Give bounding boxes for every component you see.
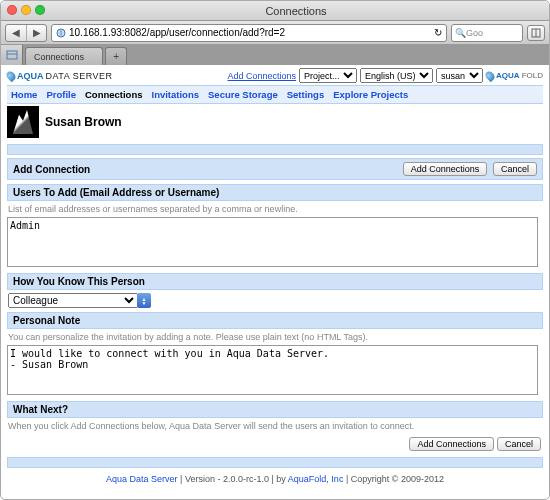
nav-home[interactable]: Home — [11, 89, 37, 100]
section-note: Personal Note — [7, 312, 543, 329]
note-input[interactable] — [7, 345, 538, 395]
avatar — [7, 106, 39, 138]
nav-explore-projects[interactable]: Explore Projects — [333, 89, 408, 100]
section-next: What Next? — [7, 401, 543, 418]
window-title: Connections — [49, 5, 543, 17]
project-select[interactable]: Project... — [299, 68, 357, 83]
cancel-button[interactable]: Cancel — [493, 162, 537, 176]
nav-profile[interactable]: Profile — [46, 89, 76, 100]
section-users: Users To Add (Email Address or Username) — [7, 184, 543, 201]
page-title: Add Connection — [13, 164, 90, 175]
close-icon[interactable] — [7, 5, 17, 15]
forward-button[interactable]: ▶ — [26, 25, 46, 41]
hint-next: When you click Add Connections below, Aq… — [8, 421, 542, 431]
window-titlebar: Connections — [1, 1, 549, 21]
footer: Aqua Data Server | Version - 2.0.0-rc-1.… — [7, 474, 543, 484]
url-field[interactable]: 10.168.1.93:8082/app/user/connection/add… — [51, 24, 447, 42]
bookmark-button[interactable] — [527, 25, 545, 41]
brand-logo: AQUA DATA SERVER — [7, 71, 113, 81]
divider — [7, 144, 543, 155]
users-input[interactable] — [7, 217, 538, 267]
hint-users: List of email addresses or usernames sep… — [8, 204, 542, 214]
main-nav: HomeProfileConnectionsInvitationsSecure … — [7, 85, 543, 104]
zoom-icon[interactable] — [35, 5, 45, 15]
language-select[interactable]: English (US) — [360, 68, 433, 83]
footer-link-ads[interactable]: Aqua Data Server — [106, 474, 178, 484]
tab-connections[interactable]: Connections — [25, 47, 103, 65]
tab-bar: Connections + — [1, 45, 549, 65]
select-stepper-icon[interactable]: ▲▼ — [137, 293, 151, 308]
svg-rect-3 — [7, 51, 17, 59]
bookmarks-icon[interactable] — [1, 45, 23, 65]
how-select[interactable]: Colleague — [8, 293, 138, 308]
search-field[interactable]: 🔍 Goo — [451, 24, 523, 42]
url-text: 10.168.1.93:8082/app/user/connection/add… — [69, 27, 285, 38]
drop-icon — [484, 69, 497, 82]
globe-icon — [56, 28, 66, 38]
nav-secure-storage[interactable]: Secure Storage — [208, 89, 278, 100]
add-connections-button[interactable]: Add Connections — [403, 162, 488, 176]
nav-settings[interactable]: Settings — [287, 89, 324, 100]
footer-link-af[interactable]: AquaFold, Inc — [288, 474, 344, 484]
user-select[interactable]: susan — [436, 68, 483, 83]
book-icon — [531, 28, 541, 38]
back-button[interactable]: ◀ — [6, 25, 26, 41]
reload-icon[interactable]: ↻ — [434, 27, 442, 38]
add-connections-link[interactable]: Add Connections — [228, 71, 297, 81]
browser-toolbar: ◀ ▶ 10.168.1.93:8082/app/user/connection… — [1, 21, 549, 45]
divider — [7, 457, 543, 468]
page-title-bar: Add Connection Add Connections Cancel — [7, 158, 543, 180]
minimize-icon[interactable] — [21, 5, 31, 15]
aquafold-logo: AQUAFOLD — [486, 71, 543, 81]
nav-invitations[interactable]: Invitations — [152, 89, 200, 100]
new-tab-button[interactable]: + — [105, 47, 127, 65]
section-how: How You Know This Person — [7, 273, 543, 290]
drop-icon — [5, 69, 18, 82]
cancel-button[interactable]: Cancel — [497, 437, 541, 451]
nav-connections[interactable]: Connections — [85, 89, 143, 100]
add-connections-button[interactable]: Add Connections — [409, 437, 494, 451]
hint-note: You can personalize the invitation by ad… — [8, 332, 542, 342]
user-name: Susan Brown — [45, 115, 122, 129]
